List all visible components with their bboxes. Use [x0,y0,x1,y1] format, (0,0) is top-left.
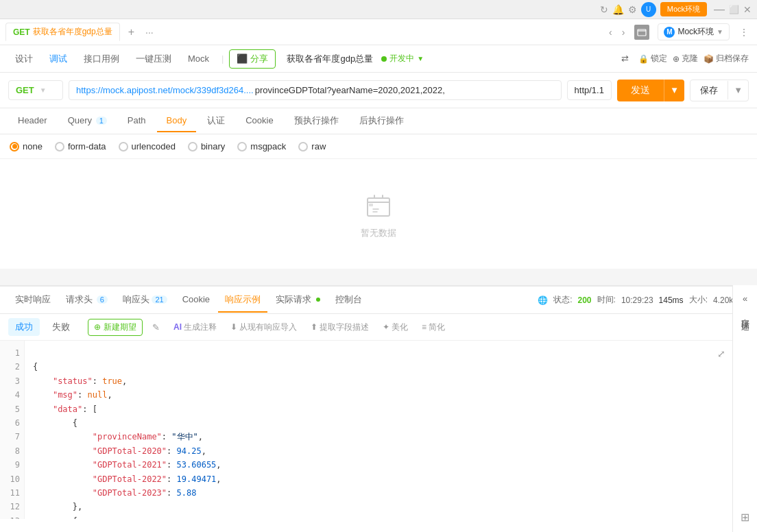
bottom-tab-res-header[interactable]: 响应头 21 [116,288,174,313]
clone-button[interactable]: ⊕ 克隆 [673,53,698,64]
simplify-label: 简化 [429,322,445,333]
protocol-selector[interactable]: http/1.1 [567,80,612,100]
bell-icon[interactable]: 🔔 [612,4,624,15]
res-header-badge: 21 [152,295,167,304]
more-tabs-btn[interactable]: ··· [143,25,156,39]
topbar-more-icon[interactable]: ⋮ [736,24,752,40]
option-none[interactable]: none [10,141,43,152]
radio-none[interactable] [10,142,19,152]
stress-tab[interactable]: 一键压测 [129,50,178,68]
env-dropdown-icon: ▼ [717,28,723,36]
tab-query[interactable]: Query 1 [58,110,117,132]
save-dropdown-icon[interactable]: ▼ [728,81,748,99]
design-tab[interactable]: 设计 [8,50,40,68]
method-label: GET [16,85,34,95]
close-icon[interactable]: ✕ [743,4,752,15]
option-urlencoded-label: urlencoded [132,141,176,152]
tab-cookie[interactable]: Cookie [236,110,283,132]
option-form-data[interactable]: form-data [55,141,106,152]
collapse-field-btn[interactable]: « [743,293,747,304]
send-button[interactable]: 发送 [617,80,664,101]
share-button[interactable]: ⬛ 分享 [229,49,276,69]
radio-raw[interactable] [298,142,308,152]
tab-pre-exec[interactable]: 预执行操作 [285,109,348,134]
send-dropdown-btn[interactable]: ▼ [664,80,684,101]
actual-req-dot [316,298,320,302]
mock-env-selector[interactable]: M Mock环境 ▼ [658,23,730,40]
url-params-text: provinceGDPTotal?yearName=2020,2021,2022… [255,85,445,95]
clone-label: 克隆 [682,53,698,64]
edit-icon-btn[interactable]: ✎ [148,321,164,334]
beautify-btn[interactable]: ✦ 美化 [378,320,412,335]
req-header-badge: 6 [97,295,108,304]
mock-tab[interactable]: Mock [181,51,216,66]
radio-msgpack[interactable] [237,142,247,152]
download-icon: ⬇ [230,322,237,332]
tab-auth[interactable]: 认证 [197,109,235,134]
bottom-tab-realtime[interactable]: 实时响应 [8,288,58,313]
simplify-icon: ≡ [422,322,426,332]
tab-body[interactable]: Body [157,110,197,132]
response-toolbar: 成功 失败 ⊕ 新建期望 ✎ AI 生成注释 ⬇ 从现有响应导入 ⬆ 提取字段描… [0,314,757,341]
bottom-tab-req-header[interactable]: 请求头 6 [59,288,115,313]
tab-header[interactable]: Header [8,110,57,132]
extract-fields-btn[interactable]: ⬆ 提取字段描述 [307,320,373,335]
new-schema-button[interactable]: ⊕ 新建期望 [88,319,143,336]
nav-prev-btn[interactable]: ‹ [606,24,615,40]
option-urlencoded[interactable]: urlencoded [119,141,176,152]
res-header-label: 响应头 [123,294,149,304]
query-badge: 1 [96,117,107,125]
import-label: 从现有响应导入 [239,322,297,333]
expand-code-btn[interactable]: ⤢ [717,346,725,363]
option-binary[interactable]: binary [188,141,225,152]
archive-button[interactable]: 📦 归档保存 [704,53,749,64]
url-base-text: https://mock.apipost.net/mock/339df3d264… [76,85,254,95]
svg-rect-0 [638,29,646,36]
bottom-tab-cookie[interactable]: Cookie [176,289,217,311]
empty-text: 暂无数据 [361,227,396,239]
lock-button[interactable]: 🔒 锁定 [638,53,667,64]
status-dropdown-icon[interactable]: ▼ [417,55,424,62]
archive-label: 归档保存 [716,53,749,64]
sponsor-button[interactable]: Mock环境 [660,2,707,16]
add-tab-btn[interactable]: + [124,25,139,40]
usage-tab[interactable]: 接口用例 [77,50,126,68]
api-name-label: 获取各省年度gdp总量 [287,53,373,65]
radio-binary[interactable] [188,142,197,152]
api-tab[interactable]: GET 获取各省年度gdp总量 [5,23,120,41]
nav-next-btn[interactable]: › [619,24,628,40]
tab-path[interactable]: Path [118,110,156,132]
simplify-btn[interactable]: ≡ 简化 [418,320,449,335]
radio-form-data[interactable] [55,142,64,152]
option-none-label: none [23,141,43,152]
import-from-response-btn[interactable]: ⬇ 从现有响应导入 [226,320,301,335]
table-layout-icon[interactable]: ⊞ [741,511,749,524]
minimize-icon[interactable]: — [714,3,725,16]
success-tab-btn[interactable]: 成功 [8,318,40,336]
refresh-icon[interactable]: ↻ [600,4,608,15]
directory-icon[interactable] [634,25,649,40]
svg-rect-2 [369,204,373,206]
maximize-icon[interactable]: ⬜ [729,5,739,14]
lock-label: 锁定 [651,53,667,64]
duration-value: 145ms [659,295,684,305]
bottom-tab-example[interactable]: 响应示例 [218,288,267,313]
url-display[interactable]: https://mock.apipost.net/mock/339df3d264… [69,80,562,100]
radio-urlencoded[interactable] [119,142,128,152]
status-dot [381,56,387,62]
save-label[interactable]: 保存 [690,80,728,101]
sync-icon[interactable]: ⇄ [617,52,633,65]
method-selector[interactable]: GET ▼ [8,80,63,100]
beautify-label: 美化 [392,322,408,333]
bottom-tab-console[interactable]: 控制台 [328,288,369,313]
bottom-tab-actual-req[interactable]: 实际请求 [269,288,327,313]
fail-tab-btn[interactable]: 失败 [45,318,77,336]
settings-icon[interactable]: ⚙ [628,4,637,15]
ai-generate-btn[interactable]: AI 生成注释 [169,320,221,335]
option-msgpack[interactable]: msgpack [237,141,286,152]
debug-tab[interactable]: 调试 [43,50,74,68]
ai-icon: AI [173,322,182,332]
option-raw[interactable]: raw [298,141,326,152]
query-label: Query [68,115,92,125]
tab-post-exec[interactable]: 后执行操作 [350,109,413,134]
